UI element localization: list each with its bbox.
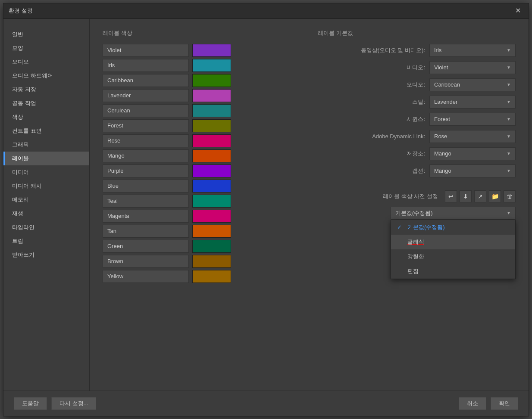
close-button[interactable]: ✕	[513, 6, 523, 15]
sidebar-item-타임라인[interactable]: 타임라인	[3, 220, 89, 234]
sidebar-item-미디어[interactable]: 미디어	[3, 165, 89, 179]
preset-header: 레이블 색상 사전 설정 ↩ ⬇ ↗ 📁 🗑	[318, 190, 516, 202]
footer: 도움말 다시 설정... 취소 확인	[3, 391, 529, 416]
sidebar-item-메모리[interactable]: 메모리	[3, 193, 89, 207]
sidebar-item-받아쓰기[interactable]: 받아쓰기	[3, 248, 89, 262]
color-label-btn-forest[interactable]: Forest	[103, 119, 189, 132]
color-label-btn-brown[interactable]: Brown	[103, 255, 189, 268]
default-row-label: 캡션:	[347, 167, 425, 175]
help-button[interactable]: 도움말	[14, 397, 47, 410]
preset-delete-btn[interactable]: 🗑	[504, 190, 516, 202]
color-row: Forest	[103, 119, 300, 132]
default-row-label: 비디오:	[347, 64, 425, 71]
color-swatch-iris[interactable]	[192, 59, 231, 72]
color-label-btn-green[interactable]: Green	[103, 240, 189, 253]
color-label-btn-violet[interactable]: Violet	[103, 44, 189, 57]
color-label-btn-magenta[interactable]: Magenta	[103, 210, 189, 223]
color-swatch-magenta[interactable]	[192, 210, 231, 223]
color-swatch-teal[interactable]	[192, 195, 231, 208]
color-swatch-tan[interactable]	[192, 225, 231, 238]
title-bar: 환경 설정 ✕	[3, 3, 529, 19]
preferences-dialog: 환경 설정 ✕ 일반모양오디오오디오 하드웨어자동 저장공동 작업색상컨트롤 표…	[3, 3, 529, 416]
sidebar-item-오디오[interactable]: 오디오	[3, 55, 89, 69]
preset-folder-btn[interactable]: 📁	[489, 190, 501, 202]
sidebar-item-모양[interactable]: 모양	[3, 41, 89, 55]
color-row: Lavender	[103, 89, 300, 102]
color-swatch-forest[interactable]	[192, 119, 231, 132]
color-swatch-caribbean[interactable]	[192, 74, 231, 87]
color-swatch-brown[interactable]	[192, 255, 231, 268]
preset-option-[interactable]: 강렬한	[391, 249, 515, 264]
color-swatch-green[interactable]	[192, 240, 231, 253]
color-label-btn-blue[interactable]: Blue	[103, 180, 189, 192]
color-row: Brown	[103, 255, 300, 268]
color-swatch-mango[interactable]	[192, 149, 231, 162]
default-row-value: Violet	[434, 64, 448, 71]
color-label-btn-lavender[interactable]: Lavender	[103, 89, 189, 102]
sidebar-item-재생[interactable]: 재생	[3, 207, 89, 220]
color-label-btn-mango[interactable]: Mango	[103, 149, 189, 162]
sidebar-item-레이블[interactable]: 레이블	[3, 152, 89, 165]
default-row: 스틸:Lavender▼	[318, 96, 516, 109]
color-label-btn-tan[interactable]: Tan	[103, 225, 189, 238]
sidebar-item-오디오 하드웨어[interactable]: 오디오 하드웨어	[3, 69, 89, 83]
color-label-btn-yellow[interactable]: Yellow	[103, 270, 189, 283]
sidebar-item-일반[interactable]: 일반	[3, 28, 89, 41]
default-row: 저장소:Mango▼	[318, 147, 516, 160]
sidebar-item-자동 저장[interactable]: 자동 저장	[3, 83, 89, 96]
dropdown-arrow-icon: ▼	[507, 99, 511, 104]
color-row: Rose	[103, 134, 300, 147]
color-swatch-blue[interactable]	[192, 180, 231, 192]
default-row-value: Rose	[434, 133, 447, 140]
default-row-dropdown-[interactable]: Caribbean▼	[429, 78, 516, 91]
default-row-dropdown-[interactable]: Forest▼	[429, 113, 516, 126]
color-label-btn-purple[interactable]: Purple	[103, 164, 189, 177]
sidebar-item-미디어 캐시[interactable]: 미디어 캐시	[3, 179, 89, 193]
ok-button[interactable]: 확인	[491, 397, 518, 410]
preset-option-label: 편집	[407, 267, 419, 275]
dropdown-arrow-icon: ▼	[507, 82, 511, 87]
color-swatch-purple[interactable]	[192, 164, 231, 177]
color-label-btn-teal[interactable]: Teal	[103, 195, 189, 208]
default-row-label: 오디오:	[347, 81, 425, 89]
default-row-dropdown-[interactable]: Mango▼	[429, 164, 516, 177]
dropdown-popup-items: ✓기본값(수정됨) 클래식 강렬한 편집	[391, 220, 515, 279]
color-label-btn-iris[interactable]: Iris	[103, 59, 189, 72]
preset-dropdown[interactable]: 기본값(수정됨) ▼	[391, 207, 516, 220]
preset-undo-btn[interactable]: ↩	[445, 190, 457, 202]
color-swatch-lavender[interactable]	[192, 89, 231, 102]
default-row-dropdown-[interactable]: Violet▼	[429, 61, 516, 74]
default-row-dropdown-[interactable]: Mango▼	[429, 147, 516, 160]
default-row-value: Mango	[434, 150, 451, 157]
preset-export-btn[interactable]: ↗	[474, 190, 486, 202]
color-row: Yellow	[103, 270, 300, 283]
sidebar-item-색상[interactable]: 색상	[3, 110, 89, 124]
preset-option-[interactable]: 클래식	[391, 235, 515, 249]
footer-left: 도움말 다시 설정...	[14, 397, 96, 410]
default-row: 동영상(오디오 및 비디오):Iris▼	[318, 44, 516, 57]
cancel-button[interactable]: 취소	[459, 397, 486, 410]
sidebar-item-그래픽[interactable]: 그래픽	[3, 138, 89, 152]
color-swatch-cerulean[interactable]	[192, 104, 231, 117]
label-colors-panel: 레이블 색상 VioletIrisCaribbeanLavenderCerule…	[103, 29, 300, 380]
color-label-btn-caribbean[interactable]: Caribbean	[103, 74, 189, 87]
sidebar-item-컨트롤 표면[interactable]: 컨트롤 표면	[3, 124, 89, 138]
color-row: Tan	[103, 225, 300, 238]
color-swatch-yellow[interactable]	[192, 270, 231, 283]
preset-save-btn[interactable]: ⬇	[460, 190, 472, 202]
sidebar-item-공동 작업[interactable]: 공동 작업	[3, 96, 89, 110]
default-row-value: Iris	[434, 47, 441, 53]
default-row-dropdown-adobedynamiclink[interactable]: Rose▼	[429, 130, 516, 143]
default-row: 오디오:Caribbean▼	[318, 78, 516, 91]
preset-option-[interactable]: ✓기본값(수정됨)	[391, 220, 515, 235]
sidebar-item-트림[interactable]: 트림	[3, 234, 89, 248]
color-label-btn-cerulean[interactable]: Cerulean	[103, 104, 189, 117]
color-swatch-rose[interactable]	[192, 134, 231, 147]
preset-option-[interactable]: 편집	[391, 264, 515, 279]
reset-button[interactable]: 다시 설정...	[51, 397, 96, 410]
color-label-btn-rose[interactable]: Rose	[103, 134, 189, 147]
color-swatch-violet[interactable]	[192, 44, 231, 57]
default-row-dropdown-[interactable]: Lavender▼	[429, 96, 516, 109]
default-row-value: Forest	[434, 116, 450, 122]
default-row-dropdown-[interactable]: Iris▼	[429, 44, 516, 57]
